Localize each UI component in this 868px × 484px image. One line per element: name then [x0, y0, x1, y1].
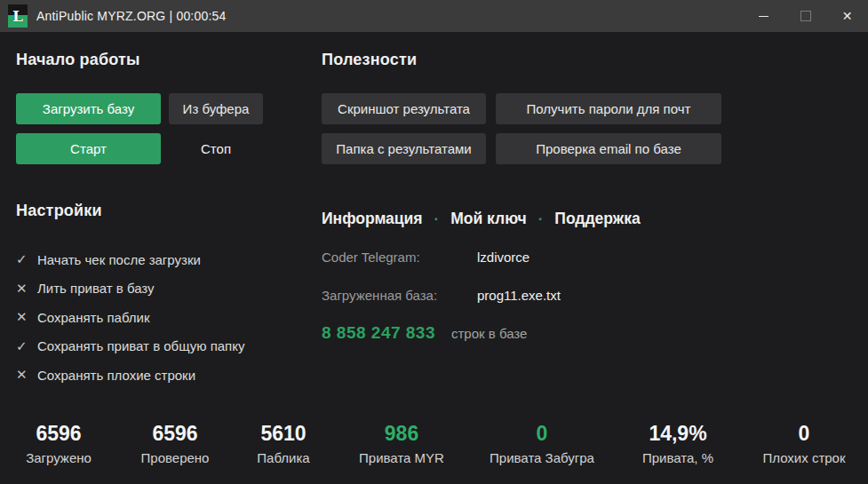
- tab-separator-dot: ·: [538, 211, 544, 226]
- screenshot-result-button[interactable]: Скриншот результата: [322, 93, 486, 124]
- stat-value: 5610: [257, 421, 309, 446]
- cross-icon: ✕: [16, 281, 34, 297]
- setting-save-public[interactable]: ✕ Сохранять паблик: [16, 307, 244, 327]
- setting-label: Лить приват в базу: [37, 281, 155, 296]
- window-title: AntiPublic MYRZ.ORG | 00:00:54: [36, 9, 227, 23]
- get-mail-passwords-button[interactable]: Получить пароли для почт: [496, 93, 721, 124]
- base-count-row: 8 858 247 833 строк в базе: [322, 323, 435, 343]
- setting-label: Сохранять паблик: [37, 310, 150, 325]
- settings-list: ✓ Начать чек после загрузки ✕ Лить прива…: [16, 250, 244, 394]
- stat-privat-foreign: 0 Привата Забугра: [490, 421, 594, 465]
- start-button[interactable]: Старт: [16, 133, 161, 164]
- loaded-base-value: prog11.exe.txt: [477, 288, 561, 303]
- utils-section-heading: Полезности: [322, 51, 417, 69]
- info-tabs: Информация · Мой ключ · Поддержка: [322, 210, 641, 228]
- setting-save-bad-lines[interactable]: ✕ Сохранять плохие строки: [16, 365, 244, 385]
- stop-button[interactable]: Стоп: [169, 133, 263, 164]
- stat-bad-lines: 0 Плохих строк: [762, 421, 845, 465]
- stat-public: 5610 Паблика: [257, 421, 309, 465]
- app-logo-letter: L: [12, 9, 23, 24]
- titlebar: L AntiPublic MYRZ.ORG | 00:00:54 ✕: [0, 0, 868, 32]
- stat-label: Проверено: [141, 450, 210, 465]
- stat-label: Привата, %: [642, 450, 713, 465]
- checkmark-icon: ✓: [16, 251, 34, 267]
- stat-loaded: 6596 Загружено: [26, 421, 92, 465]
- close-icon: ✕: [842, 10, 853, 22]
- stat-label: Привата Забугра: [490, 450, 594, 465]
- setting-start-check-after-load[interactable]: ✓ Начать чек после загрузки: [16, 250, 244, 269]
- stat-value: 0: [490, 421, 594, 446]
- minimize-icon: [759, 16, 768, 17]
- setting-label: Сохранять плохие строки: [37, 368, 195, 383]
- stat-value: 6596: [26, 421, 92, 446]
- tab-information[interactable]: Информация: [322, 210, 423, 228]
- stat-label: Паблика: [257, 450, 309, 465]
- stat-value: 14,9%: [642, 421, 713, 446]
- maximize-button[interactable]: [784, 0, 826, 32]
- app-window: L AntiPublic MYRZ.ORG | 00:00:54 ✕ Начал…: [0, 0, 868, 484]
- cross-icon: ✕: [16, 309, 34, 325]
- results-folder-button[interactable]: Папка с результатами: [322, 133, 486, 164]
- start-section-heading: Начало работы: [16, 51, 140, 69]
- stat-checked: 6596 Проверено: [141, 421, 210, 465]
- window-controls: ✕: [743, 0, 868, 32]
- close-button[interactable]: ✕: [826, 0, 868, 32]
- load-base-button[interactable]: Загрузить базу: [16, 93, 161, 124]
- tab-separator-dot: ·: [434, 211, 440, 226]
- from-clipboard-button[interactable]: Из буфера: [169, 93, 263, 124]
- base-count-value: 8 858 247 833: [322, 323, 435, 342]
- maximize-icon: [800, 11, 811, 21]
- tab-my-key[interactable]: Мой ключ: [450, 210, 526, 228]
- cross-icon: ✕: [16, 367, 34, 383]
- setting-save-privat-shared-folder[interactable]: ✓ Сохранять приват в общую папку: [16, 337, 244, 356]
- minimize-button[interactable]: [743, 0, 784, 32]
- stat-privat-percent: 14,9% Привата, %: [642, 421, 713, 465]
- loaded-base-label: Загруженная база:: [322, 288, 437, 303]
- setting-label: Начать чек после загрузки: [37, 252, 201, 267]
- check-email-button[interactable]: Проверка email по базе: [496, 133, 721, 164]
- coder-telegram-row: Coder Telegram: lzdivorce: [322, 250, 420, 265]
- tab-support[interactable]: Поддержка: [554, 210, 640, 228]
- app-logo-icon: L: [8, 4, 28, 28]
- stat-privat-myr: 986 Привата MYR: [359, 421, 444, 465]
- setting-label: Сохранять приват в общую папку: [37, 338, 244, 353]
- stat-label: Загружено: [26, 450, 92, 465]
- stat-value: 0: [762, 421, 845, 446]
- stat-label: Привата MYR: [359, 450, 444, 465]
- stat-value: 6596: [141, 421, 210, 446]
- stat-value: 986: [359, 421, 444, 446]
- checkmark-icon: ✓: [16, 338, 34, 354]
- setting-pour-privat-to-base[interactable]: ✕ Лить приват в базу: [16, 279, 244, 298]
- coder-telegram-value: lzdivorce: [477, 250, 530, 265]
- loaded-base-row: Загруженная база: prog11.exe.txt: [322, 288, 437, 303]
- base-count-suffix: строк в базе: [451, 326, 527, 341]
- settings-section-heading: Настройки: [16, 202, 102, 220]
- coder-telegram-label: Coder Telegram:: [322, 250, 420, 265]
- stat-label: Плохих строк: [762, 450, 845, 465]
